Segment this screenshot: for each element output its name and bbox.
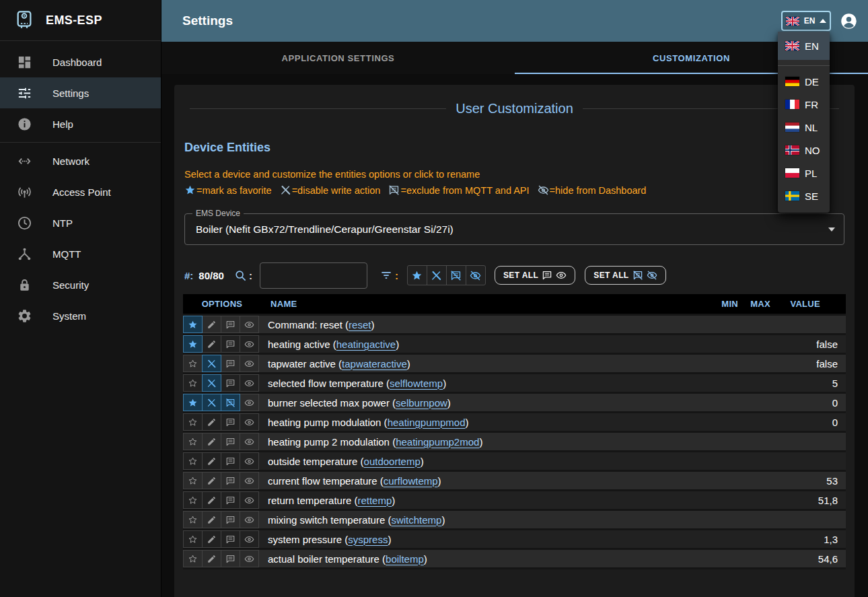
entity-name[interactable]: mixing switch temperature (switchtemp) [258,511,711,528]
entity-shortname-link[interactable]: curflowtemp [384,475,438,487]
sidebar-item-settings[interactable]: Settings [0,77,161,108]
visibility-toggle[interactable] [240,374,259,392]
favorite-toggle[interactable] [183,394,203,411]
entity-shortname-link[interactable]: reset [349,319,371,330]
lang-item-no[interactable]: NO [778,139,830,162]
entity-name[interactable]: outside temperature (outdoortemp) [258,452,711,470]
entity-shortname-link[interactable]: heatingactive [336,339,396,350]
entity-shortname-link[interactable]: outdoortemp [364,456,421,467]
mqtt-toggle[interactable] [221,335,240,353]
entity-shortname-link[interactable]: switchtemp [391,514,441,526]
entity-name[interactable]: system pressure (syspress) [258,530,711,548]
mqtt-toggle[interactable] [221,355,240,372]
favorite-toggle[interactable] [183,491,203,509]
mqtt-toggle[interactable] [221,316,240,333]
sidebar-item-network[interactable]: Network [0,145,161,176]
entity-name[interactable]: current flow temperature (curflowtemp) [258,472,711,489]
write-toggle[interactable] [202,355,221,372]
favorite-toggle[interactable] [183,452,203,470]
visibility-toggle[interactable] [240,511,259,528]
sidebar-item-access-point[interactable]: Access Point [0,176,161,207]
visibility-toggle[interactable] [240,433,259,450]
entity-shortname-link[interactable]: heatingpumpmod [388,417,466,428]
entity-shortname-link[interactable]: selburnpow [396,397,447,409]
filter-excluded-toggle[interactable] [446,265,466,285]
mqtt-toggle[interactable] [221,491,240,509]
mqtt-toggle[interactable] [221,433,240,450]
filter-favorite-toggle[interactable] [407,265,427,285]
entity-name[interactable]: heating pump 2 modulation (heatingpump2m… [258,433,711,450]
visibility-toggle[interactable] [240,413,259,431]
favorite-toggle[interactable] [183,374,203,392]
mqtt-toggle[interactable] [221,394,240,411]
write-toggle[interactable] [202,511,221,528]
favorite-toggle[interactable] [183,335,203,353]
visibility-toggle[interactable] [240,530,259,548]
write-toggle[interactable] [202,316,221,333]
account-avatar-icon[interactable] [840,12,858,30]
visibility-toggle[interactable] [240,491,259,509]
entity-shortname-link[interactable]: selflowtemp [390,378,443,389]
entity-shortname-link[interactable]: rettemp [357,495,392,506]
entity-name[interactable]: tapwater active (tapwateractive) [258,355,711,372]
mqtt-toggle[interactable] [221,511,240,528]
write-toggle[interactable] [202,550,221,567]
ems-device-select[interactable]: EMS Device Boiler (Nefit GBx72/Trendline… [184,213,844,245]
write-toggle[interactable] [202,530,221,548]
write-toggle[interactable] [202,413,221,431]
lang-item-nl[interactable]: NL [778,116,830,139]
visibility-toggle[interactable] [240,452,259,470]
lang-item-fr[interactable]: FR [778,93,830,116]
sidebar-item-dashboard[interactable]: Dashboard [0,46,161,77]
set-all-show-button[interactable]: SET ALL [495,266,575,285]
write-toggle[interactable] [202,335,221,353]
entity-name[interactable]: burner selected max power (selburnpow) [258,394,711,411]
write-toggle[interactable] [202,374,221,392]
visibility-toggle[interactable] [240,316,259,333]
sidebar-item-security[interactable]: Security [0,269,161,300]
write-toggle[interactable] [202,491,221,509]
write-toggle[interactable] [202,394,221,411]
lang-item-se[interactable]: SE [778,184,830,207]
filter-hidden-toggle[interactable] [466,265,486,285]
entity-name[interactable]: return temperature (rettemp) [258,491,711,509]
tab-application-settings[interactable]: APPLICATION SETTINGS [161,42,515,74]
favorite-toggle[interactable] [183,413,203,431]
set-all-hide-button[interactable]: SET ALL [585,266,665,285]
write-toggle[interactable] [202,472,221,489]
favorite-toggle[interactable] [183,355,203,372]
mqtt-toggle[interactable] [221,530,240,548]
visibility-toggle[interactable] [240,472,259,489]
filter-write-disabled-toggle[interactable] [427,265,447,285]
entity-shortname-link[interactable]: boiltemp [386,553,424,565]
mqtt-toggle[interactable] [221,413,240,431]
lang-item-en[interactable]: EN [778,32,830,60]
entity-shortname-link[interactable]: syspress [348,534,388,545]
entity-name[interactable]: selected flow temperature (selflowtemp) [258,374,711,392]
visibility-toggle[interactable] [240,550,259,567]
entity-shortname-link[interactable]: heatingpump2mod [396,436,479,448]
lang-item-de[interactable]: DE [778,70,830,93]
visibility-toggle[interactable] [240,394,259,411]
favorite-toggle[interactable] [183,472,203,489]
language-select-button[interactable]: EN [781,11,831,31]
write-toggle[interactable] [202,452,221,470]
mqtt-toggle[interactable] [221,452,240,470]
mqtt-toggle[interactable] [221,472,240,489]
entity-name[interactable]: heating active (heatingactive) [258,335,711,353]
entity-shortname-link[interactable]: tapwateractive [342,358,407,370]
sidebar-item-help[interactable]: Help [0,108,161,139]
sidebar-item-system[interactable]: System [0,300,161,331]
entity-name[interactable]: actual boiler temperature (boiltemp) [258,550,711,567]
favorite-toggle[interactable] [183,530,203,548]
mqtt-toggle[interactable] [221,550,240,567]
mqtt-toggle[interactable] [221,374,240,392]
search-input[interactable] [260,262,367,289]
favorite-toggle[interactable] [183,316,203,333]
favorite-toggle[interactable] [183,511,203,528]
sidebar-item-ntp[interactable]: NTP [0,207,161,238]
visibility-toggle[interactable] [240,335,259,353]
favorite-toggle[interactable] [183,433,203,450]
favorite-toggle[interactable] [183,550,203,567]
lang-item-pl[interactable]: PL [778,162,830,184]
